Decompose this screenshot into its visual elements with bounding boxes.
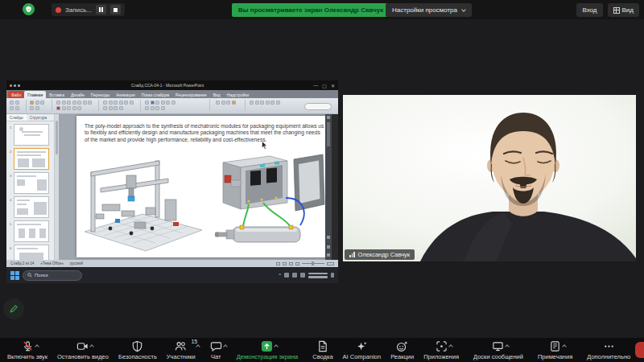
ppt-ribbon-tabs: Файл Главная Вставка Дизайн Переходы Ани… (6, 90, 338, 98)
scroll-down-icon[interactable] (327, 236, 330, 239)
unmute-button[interactable]: Включить звук (2, 340, 52, 360)
participant-video-tile: Олександр Савчук (343, 95, 636, 261)
close-icon[interactable]: ✕ (331, 83, 335, 88)
tray-expand-icon[interactable]: ^ (279, 273, 281, 278)
apps-icon (436, 340, 448, 352)
ribbon-group-paragraph[interactable] (103, 101, 135, 110)
slide-thumbnail-2-selected[interactable]: 2 (14, 148, 49, 170)
chevron-up-icon[interactable] (90, 344, 95, 349)
taskbar-search[interactable]: Поиск (23, 270, 82, 281)
ribbon-tab-insert[interactable]: Вставка (46, 91, 68, 98)
participant-name-tag: Олександр Савчук (345, 249, 415, 260)
video-camera-icon (76, 340, 89, 352)
machine-illustration (78, 154, 207, 256)
participant-portrait (343, 95, 636, 261)
chevron-up-icon[interactable] (35, 344, 39, 349)
ribbon-tab-animations[interactable]: Анимация (113, 91, 138, 98)
annotate-button[interactable] (3, 298, 24, 319)
recording-controls: Запись... (52, 3, 125, 16)
minimize-icon[interactable]: — (313, 83, 318, 88)
mouse-cursor (262, 138, 268, 153)
chevron-up-icon[interactable] (506, 344, 510, 349)
scroll-up-icon[interactable] (327, 116, 330, 119)
ribbon-tab-home[interactable]: Главная (24, 91, 46, 98)
view-slideshow-icon[interactable] (295, 262, 299, 265)
participant-name: Олександр Савчук (358, 251, 411, 258)
viewing-screen-banner: Вы просматриваете экран Олександр Савчук (232, 3, 390, 17)
stop-video-button[interactable]: Остановить видео (52, 340, 114, 360)
meeting-top-bar: Запись... Вы просматриваете экран Олекса… (0, 0, 644, 19)
ribbon-tab-file[interactable]: Файл (8, 91, 24, 98)
cabinet-illustration (213, 151, 332, 256)
login-button[interactable]: Вход (576, 3, 602, 17)
chat-button[interactable]: Чат (200, 340, 227, 360)
chevron-up-icon[interactable] (448, 344, 453, 349)
slide-canvas: The poly-model approach to the synthesis… (76, 116, 329, 257)
quick-access-icon[interactable] (10, 84, 12, 87)
ribbon-tab-slideshow[interactable]: Показ слайдов (138, 91, 172, 98)
ribbon-addin-pill-button[interactable] (304, 103, 332, 110)
more-button[interactable]: Дополнительно (577, 340, 635, 360)
windows-taskbar: Поиск ^ (6, 267, 338, 283)
reactions-smiley-icon (396, 340, 408, 352)
stop-recording-button[interactable] (110, 5, 121, 14)
slide-thumbnail-1[interactable]: 1 (14, 124, 49, 146)
start-button[interactable] (10, 271, 19, 280)
next-slide-button[interactable] (327, 253, 330, 257)
panel-tab-slides[interactable]: Слайды (6, 114, 27, 121)
participants-button[interactable]: 15 Участники (162, 340, 200, 360)
slide-vertical-scrollbar[interactable] (325, 114, 332, 260)
ribbon-tab-review[interactable]: Рецензирование (172, 91, 210, 98)
tray-network-icon[interactable] (284, 273, 289, 278)
view-reading-icon[interactable] (289, 262, 293, 265)
slide-thumbnail-4[interactable]: 4 (14, 196, 49, 218)
top-right-buttons: Вход Вид (576, 3, 639, 17)
ai-companion-button[interactable]: AI Companion (338, 340, 386, 360)
ribbon-group-font[interactable] (56, 101, 93, 110)
slide-editing-area: The poly-model approach to the synthesis… (59, 114, 332, 260)
chevron-up-icon[interactable] (562, 344, 567, 349)
encryption-shield-icon[interactable] (23, 3, 35, 15)
view-button[interactable]: Вид (608, 3, 639, 17)
slide-thumbnail-5[interactable]: 5 (14, 220, 49, 242)
zoom-slider[interactable] (302, 263, 324, 264)
ribbon-tab-addins[interactable]: Надстройки (224, 91, 252, 98)
ribbon-tab-design[interactable]: Дизайн (68, 91, 88, 98)
summary-button[interactable]: Сводка (303, 340, 337, 360)
whiteboard-icon (492, 340, 504, 352)
whiteboards-button[interactable]: Доски сообщений (464, 340, 528, 360)
ribbon-group-arrange[interactable] (216, 101, 240, 105)
share-screen-button[interactable]: Демонстрация экрана (227, 340, 303, 360)
ppt-title-bar: Слайд ССА-04-1 - Microsoft PowerPoint — … (6, 80, 338, 90)
quick-access-icon[interactable] (14, 84, 16, 87)
view-sorter-icon[interactable] (283, 262, 287, 265)
slide-thumbnail-3[interactable]: 3 (14, 172, 49, 194)
chat-bubble-icon (210, 340, 222, 352)
tray-sound-icon[interactable] (292, 273, 297, 278)
panel-tab-outline[interactable]: Структура (27, 114, 50, 121)
share-screen-icon (261, 340, 273, 352)
ribbon-tab-view[interactable]: Вид (210, 91, 224, 98)
maximize-icon[interactable]: ▢ (322, 83, 327, 88)
notes-button[interactable]: Примечания (528, 340, 577, 360)
ribbon-group-editing[interactable] (250, 101, 282, 105)
ribbon-group-slides[interactable] (30, 101, 47, 110)
tray-notifications-icon[interactable] (331, 273, 334, 278)
ribbon-group-clipboard[interactable] (10, 101, 21, 110)
system-tray[interactable]: ^ (279, 273, 334, 278)
tray-language-icon[interactable] (300, 273, 305, 278)
quick-access-icon[interactable] (18, 84, 20, 87)
chevron-up-icon[interactable] (275, 344, 279, 349)
end-meeting-button[interactable]: Завершение (635, 342, 644, 358)
zoom-fit-button[interactable] (327, 262, 334, 265)
ribbon-tab-transitions[interactable]: Переходы (88, 91, 113, 98)
previous-slide-button[interactable] (327, 245, 330, 249)
view-settings-button[interactable]: Настройки просмотра (386, 3, 472, 17)
security-button[interactable]: Безопасность (114, 340, 162, 360)
apps-button[interactable]: Приложения (419, 340, 464, 360)
taskbar-clock[interactable] (308, 273, 328, 278)
pause-recording-button[interactable] (96, 5, 106, 14)
view-normal-icon[interactable] (276, 262, 280, 265)
reactions-button[interactable]: Реакции (386, 340, 419, 360)
ribbon-group-drawing[interactable] (145, 101, 177, 110)
